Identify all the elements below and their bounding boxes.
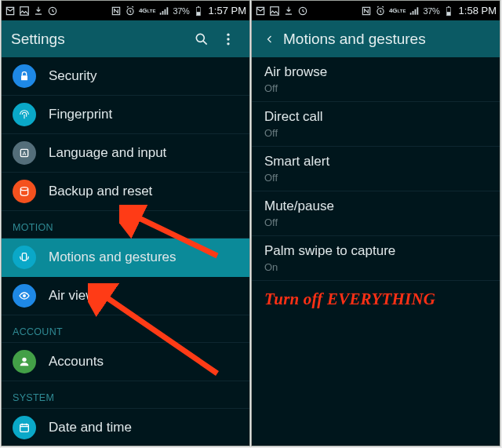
signal-icon	[409, 5, 420, 16]
lte-icon: 4GLTE	[139, 5, 156, 16]
svg-rect-24	[446, 12, 450, 16]
svg-rect-0	[20, 6, 29, 15]
download-icon	[33, 5, 44, 16]
toggle-state: On	[264, 261, 487, 274]
settings-row-language[interactable]: ALanguage and input	[2, 134, 249, 173]
canvas: 4GLTE 37% 1:57 PM Settings SecurityFinge…	[0, 0, 502, 448]
status-right-icons: 4GLTE 37% 1:58 PM	[361, 5, 497, 16]
toggle-state: Off	[264, 217, 487, 229]
mail-icon	[5, 5, 16, 16]
status-bar: 4GLTE 37% 1:58 PM	[252, 1, 500, 20]
action-bar: Settings	[2, 20, 249, 57]
signal-icon	[158, 5, 169, 16]
lock-icon	[13, 64, 36, 88]
motions-icon	[13, 246, 36, 269]
svg-rect-19	[271, 6, 279, 15]
alarm-icon	[125, 5, 136, 16]
back-button[interactable]	[261, 31, 278, 47]
settings-row-accounts[interactable]: Accounts	[2, 343, 249, 381]
toggle-row-directcall[interactable]: Direct callOff	[252, 102, 500, 147]
toggle-row-palmswipe[interactable]: Palm swipe to captureOn	[252, 236, 500, 281]
phone-right: 4GLTE 37% 1:58 PM Motions and gestures A…	[251, 0, 500, 446]
row-label: Date and time	[49, 420, 132, 435]
row-label: Language and input	[49, 145, 166, 161]
nfc-icon	[361, 5, 372, 16]
svg-rect-5	[196, 12, 200, 16]
toggle-row-smartalert[interactable]: Smart alertOff	[252, 147, 500, 191]
section-header: ACCOUNT	[2, 315, 249, 343]
settings-row-datetime[interactable]: Date and time	[2, 409, 249, 446]
toggles-list: Air browseOffDirect callOffSmart alertOf…	[252, 57, 500, 281]
fingerprint-icon	[13, 103, 36, 126]
toggle-row-mutepause[interactable]: Mute/pauseOff	[252, 191, 500, 236]
page-title: Motions and gestures	[283, 31, 492, 48]
svg-point-14	[20, 188, 27, 191]
toggle-label: Direct call	[264, 108, 487, 126]
toggle-label: Palm swipe to capture	[264, 242, 487, 260]
settings-row-backup[interactable]: Backup and reset	[2, 173, 249, 211]
page-title: Settings	[11, 31, 188, 48]
svg-rect-15	[22, 253, 26, 260]
battery-icon	[193, 5, 204, 16]
battery-text: 37%	[173, 6, 189, 16]
picture-icon	[19, 5, 30, 16]
clock-text: 1:57 PM	[209, 5, 246, 16]
toggle-state: Off	[264, 127, 487, 140]
backup-icon	[13, 180, 36, 203]
accounts-icon	[13, 350, 36, 373]
toggle-label: Smart alert	[264, 153, 487, 170]
mail-icon	[255, 5, 266, 16]
download-icon	[283, 5, 294, 16]
svg-point-7	[196, 34, 204, 42]
row-label: Fingerprint	[49, 107, 112, 122]
section-header: SYSTEM	[2, 381, 249, 409]
status-bar: 4GLTE 37% 1:57 PM	[2, 1, 249, 20]
airview-icon	[13, 284, 36, 308]
toggle-state: Off	[264, 172, 487, 184]
sync-icon	[47, 5, 58, 16]
alarm-icon	[375, 5, 386, 16]
status-left-icons	[255, 5, 308, 16]
svg-rect-6	[197, 6, 198, 7]
row-label: Accounts	[49, 354, 104, 370]
settings-row-fingerprint[interactable]: Fingerprint	[2, 96, 249, 134]
picture-icon	[269, 5, 280, 16]
svg-text:A: A	[23, 150, 27, 157]
status-left-icons	[5, 5, 58, 16]
phone-left: 4GLTE 37% 1:57 PM Settings SecurityFinge…	[1, 0, 250, 446]
clock-text: 1:58 PM	[459, 5, 497, 16]
svg-rect-11	[21, 75, 27, 80]
toggle-row-airbrowse[interactable]: Air browseOff	[252, 57, 500, 102]
settings-row-motions[interactable]: Motions and gestures	[2, 239, 249, 277]
annotation-text: Turn off EVERYTHING	[264, 290, 435, 309]
sync-icon	[297, 5, 308, 16]
toggle-label: Mute/pause	[264, 198, 487, 215]
svg-point-10	[227, 42, 229, 45]
svg-point-9	[227, 38, 229, 40]
svg-rect-18	[20, 424, 29, 432]
status-right-icons: 4GLTE 37% 1:57 PM	[111, 5, 246, 16]
nfc-icon	[111, 5, 122, 16]
overflow-button[interactable]	[215, 26, 242, 53]
row-label: Security	[49, 68, 96, 84]
row-label: Backup and reset	[49, 184, 152, 199]
datetime-icon	[13, 416, 36, 439]
settings-row-security[interactable]: Security	[2, 57, 249, 96]
lte-icon: 4GLTE	[389, 5, 406, 16]
action-bar: Motions and gestures	[252, 20, 500, 57]
battery-icon	[443, 5, 454, 16]
search-button[interactable]	[188, 26, 215, 53]
svg-point-16	[24, 295, 26, 297]
row-label: Motions and gestures	[49, 249, 176, 265]
settings-row-airview[interactable]: Air view	[2, 277, 249, 315]
language-icon: A	[13, 141, 36, 165]
settings-list: SecurityFingerprintALanguage and inputBa…	[2, 57, 249, 446]
svg-point-17	[22, 358, 26, 362]
section-header: MOTION	[2, 211, 249, 239]
toggle-label: Air browse	[264, 64, 487, 81]
battery-text: 37%	[423, 6, 439, 16]
svg-rect-25	[447, 6, 449, 7]
toggle-state: Off	[264, 82, 487, 95]
svg-point-8	[227, 33, 229, 35]
row-label: Air view	[49, 288, 96, 304]
